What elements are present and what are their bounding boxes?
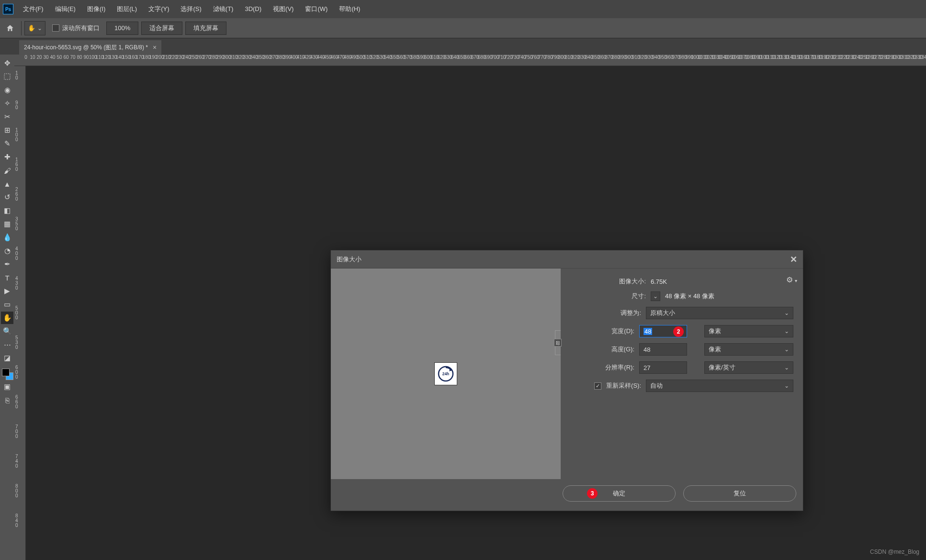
blur-tool[interactable]: 💧: [1, 231, 13, 244]
scroll-all-windows-label: 滚动所有窗口: [62, 24, 100, 33]
close-icon[interactable]: ✕: [790, 254, 797, 265]
dialog-titlebar: 图像大小 ✕: [331, 250, 803, 269]
scroll-all-windows-option[interactable]: 滚动所有窗口: [48, 24, 103, 33]
toolbar-options[interactable]: ⋯: [1, 338, 13, 351]
dodge-tool[interactable]: ◔: [1, 245, 13, 257]
width-unit-select[interactable]: 像素: [704, 325, 793, 337]
horizontal-ruler: 0102030405060708090100110120130140150160…: [14, 55, 926, 66]
width-label: 宽度(D):: [563, 327, 634, 336]
menu-3d[interactable]: 3D(D): [239, 0, 267, 18]
menu-bar: Ps 文件(F) 编辑(E) 图像(I) 图层(L) 文字(Y) 选择(S) 滤…: [0, 0, 926, 18]
hand-icon: ✋: [28, 24, 35, 32]
home-icon: [6, 24, 14, 33]
eraser-tool[interactable]: ◧: [1, 204, 13, 217]
watermark: CSDN @mez_Blog: [870, 549, 919, 555]
fit-screen-button[interactable]: 适合屏幕: [141, 22, 182, 35]
rectangle-tool[interactable]: ▭: [1, 298, 13, 311]
height-unit-select[interactable]: 像素: [704, 343, 793, 356]
dialog-footer: 3 确定 复位: [331, 479, 803, 508]
menu-window[interactable]: 窗口(W): [299, 0, 333, 18]
image-size-label: 图像大小:: [619, 277, 646, 286]
marquee-tool[interactable]: [1, 70, 13, 83]
hand-tool[interactable]: ✋: [1, 312, 13, 324]
foreground-color[interactable]: [2, 369, 10, 376]
height-input[interactable]: 48: [639, 343, 687, 356]
ok-button[interactable]: 3 确定: [563, 485, 676, 502]
move-tool[interactable]: ✥: [1, 57, 13, 69]
width-input[interactable]: 48 2: [639, 325, 687, 337]
clone-stamp-tool[interactable]: ▲: [1, 178, 13, 190]
menu-view[interactable]: 视图(V): [267, 0, 299, 18]
svg-rect-0: [4, 74, 10, 79]
preview-pane: 24h: [331, 269, 561, 479]
options-bar: ✋ 滚动所有窗口 100% 适合屏幕 填充屏幕: [0, 18, 926, 38]
menu-image[interactable]: 图像(I): [81, 0, 111, 18]
dimensions-unit-toggle[interactable]: [651, 291, 660, 301]
dialog-title: 图像大小: [337, 255, 361, 264]
hand-tool-preset[interactable]: ✋: [24, 21, 45, 35]
link-icon[interactable]: ⛓: [554, 339, 562, 347]
toolbox: ✥ ◉ ✧ ✂ ⊞ ✎ ✚ 🖌 ▲ ↺ ◧ ▦ 💧 ◔ ✒ T ▶ ▭ ✋ 🔍 …: [0, 55, 14, 560]
image-size-dialog: 图像大小 ✕ 24h ⚙ ▾ 图像大小: 6.75K 尺寸:: [330, 250, 803, 511]
menu-edit[interactable]: 编辑(E): [49, 0, 81, 18]
annotation-3: 3: [587, 488, 598, 499]
close-icon[interactable]: ×: [153, 44, 157, 51]
color-swatch[interactable]: [1, 368, 13, 380]
dimensions-label: 尺寸:: [632, 292, 646, 301]
resample-checkbox[interactable]: [594, 382, 601, 390]
default-colors[interactable]: ◪: [1, 352, 13, 364]
link-width-height[interactable]: ⛓: [554, 330, 562, 356]
height-label: 高度(G):: [563, 345, 634, 354]
fit-to-label: 调整为:: [621, 309, 641, 317]
menu-type[interactable]: 文字(Y): [143, 0, 175, 18]
frame-tool[interactable]: ⊞: [1, 124, 13, 136]
preview-icon: 24h: [436, 364, 455, 383]
menu-file[interactable]: 文件(F): [17, 0, 49, 18]
gradient-tool[interactable]: ▦: [1, 218, 13, 230]
resolution-label: 分辨率(R):: [563, 363, 634, 372]
svg-text:24h: 24h: [442, 371, 449, 376]
fill-screen-button[interactable]: 填充屏幕: [185, 22, 226, 35]
history-brush-tool[interactable]: ↺: [1, 191, 13, 203]
eyedropper-tool[interactable]: ✎: [1, 137, 13, 150]
dimensions-value: 48 像素 × 48 像素: [665, 292, 793, 301]
type-tool[interactable]: T: [1, 271, 13, 284]
zoom-tool[interactable]: 🔍: [1, 325, 13, 337]
reset-button[interactable]: 复位: [683, 485, 796, 502]
screen-mode-tool[interactable]: ⎘: [1, 394, 13, 406]
pen-tool[interactable]: ✒: [1, 258, 13, 270]
document-tab-bar: 24-hour-icon-5653.svg @ 50% (图层 1, RGB/8…: [0, 38, 926, 55]
document-tab-title: 24-hour-icon-5653.svg @ 50% (图层 1, RGB/8…: [24, 44, 148, 52]
annotation-2: 2: [673, 326, 684, 337]
lasso-tool[interactable]: ◉: [1, 84, 13, 96]
resample-select[interactable]: 自动: [646, 380, 793, 392]
image-size-value: 6.75K: [651, 278, 793, 285]
gear-icon[interactable]: ⚙ ▾: [786, 275, 797, 284]
home-button[interactable]: [2, 21, 18, 35]
zoom-100-button[interactable]: 100%: [106, 22, 138, 35]
resolution-input[interactable]: 27: [639, 361, 687, 374]
app-icon: Ps: [3, 4, 13, 14]
fit-to-select[interactable]: 原稿大小: [646, 307, 793, 319]
menu-select[interactable]: 选择(S): [175, 0, 207, 18]
form-pane: ⚙ ▾ 图像大小: 6.75K 尺寸: 48 像素 × 48 像素 调整为: 原…: [561, 269, 803, 479]
preview-thumbnail: 24h: [434, 362, 457, 385]
quick-mask-tool[interactable]: ▣: [1, 381, 13, 393]
menu-filter[interactable]: 滤镜(T): [207, 0, 239, 18]
resolution-unit-select[interactable]: 像素/英寸: [704, 361, 793, 374]
chevron-down-icon: [37, 24, 42, 32]
crop-tool[interactable]: ✂: [1, 111, 13, 123]
vertical-ruler: 1090100160260350400430500530600660700740…: [14, 66, 26, 560]
checkbox-icon[interactable]: [52, 24, 59, 32]
menu-help[interactable]: 帮助(H): [333, 0, 366, 18]
magic-wand-tool[interactable]: ✧: [1, 97, 13, 110]
menu-layer[interactable]: 图层(L): [111, 0, 143, 18]
healing-brush-tool[interactable]: ✚: [1, 151, 13, 163]
brush-tool[interactable]: 🖌: [1, 164, 13, 177]
resample-label: 重新采样(S):: [606, 381, 641, 390]
document-tab[interactable]: 24-hour-icon-5653.svg @ 50% (图层 1, RGB/8…: [19, 40, 161, 55]
path-selection-tool[interactable]: ▶: [1, 285, 13, 297]
